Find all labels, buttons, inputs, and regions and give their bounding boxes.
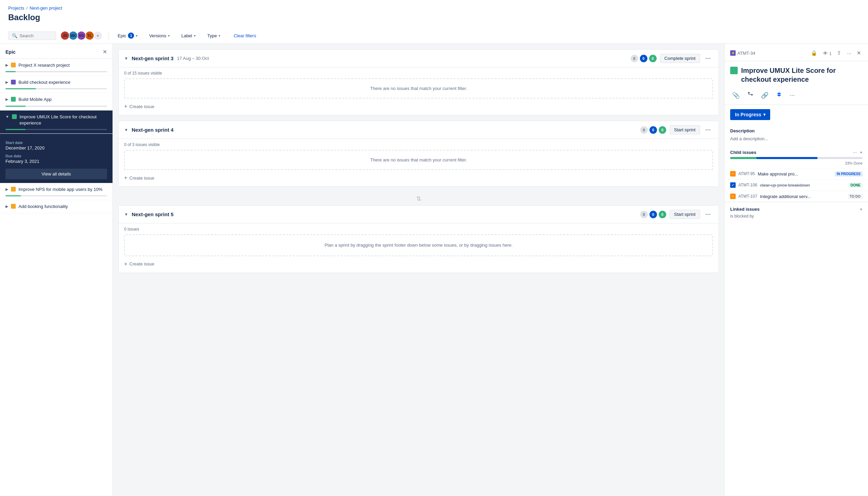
sprint-4-counter-green: 0 bbox=[659, 126, 666, 134]
epic-2-color-dot bbox=[11, 80, 16, 84]
sprint-5-create-issue-button[interactable]: + Create issue bbox=[124, 259, 713, 269]
sprint-5-counter-gray: 0 bbox=[640, 211, 648, 218]
child-issues-more-button[interactable]: ··· bbox=[853, 149, 857, 155]
child-header-actions: ··· + bbox=[853, 149, 863, 155]
more-actions-button[interactable]: ··· bbox=[788, 90, 797, 100]
dropbox-button[interactable] bbox=[774, 90, 784, 101]
hierarchy-icon bbox=[747, 91, 753, 97]
sprint-5-counters: 0 0 0 bbox=[640, 211, 666, 218]
breadcrumb-projects[interactable]: Projects bbox=[8, 5, 24, 11]
more-options-button[interactable]: ··· bbox=[845, 49, 853, 57]
child-issues-add-button[interactable]: + bbox=[860, 149, 863, 155]
sprint-3-more-button[interactable]: ··· bbox=[703, 54, 713, 63]
sprint-3-action-button[interactable]: Complete sprint bbox=[660, 54, 700, 63]
sprint-5-body: 0 issues Plan a sprint by dragging the s… bbox=[119, 223, 719, 273]
sprint-5-counter-blue: 0 bbox=[649, 211, 657, 218]
due-date-label: Due date bbox=[5, 154, 107, 158]
add-avatar-button[interactable]: + bbox=[93, 31, 103, 40]
label-filter-label: Label bbox=[181, 33, 192, 38]
sprint-3-issues-visible: 0 of 15 issues visible bbox=[124, 71, 713, 76]
sprint-5-create-issue-label: Create issue bbox=[129, 261, 154, 266]
child-issue-3-title: Integrate additional serv... bbox=[760, 194, 845, 199]
main-layout: Epic ✕ ▶ Project X research project ▶ bbox=[0, 44, 868, 496]
sprint-3-date: 17 Aug – 30 Oct bbox=[177, 56, 209, 61]
child-issue-1[interactable]: ! ATMT-95 Make approval pro... IN PROGRE… bbox=[725, 168, 868, 179]
child-issue-1-id: ATMT-95 bbox=[738, 171, 755, 176]
epic-5-chevron-icon: ▶ bbox=[5, 187, 8, 192]
avatar-group: JD MK RS TL + bbox=[60, 31, 103, 40]
watch-button[interactable]: 👁 1 bbox=[821, 49, 833, 57]
avatar-2[interactable]: MK bbox=[68, 31, 78, 40]
sprint-3-toggle[interactable]: ▼ bbox=[124, 56, 128, 61]
sidebar-item-epic-5[interactable]: ▶ Improve NPS for mobile app users by 10… bbox=[0, 183, 113, 200]
type-filter-button[interactable]: Type ▾ bbox=[203, 31, 224, 40]
sprint-4-body: 0 of 3 issues visible There are no issue… bbox=[119, 139, 719, 186]
sprint-5-more-button[interactable]: ··· bbox=[703, 210, 713, 219]
epic-filter-label: Epic bbox=[118, 33, 126, 38]
sprint-divider: ⇅ bbox=[118, 192, 719, 205]
sprint-4-create-issue-button[interactable]: + Create issue bbox=[124, 173, 713, 183]
child-issue-2[interactable]: ✓ ATMT-106 clear-up price breakdown DONE bbox=[725, 179, 868, 191]
description-title: Description bbox=[730, 128, 863, 133]
toolbar: 🔍 JD MK RS TL + Epic 1 ▾ Versions ▾ Labe… bbox=[0, 28, 868, 44]
child-issue-2-status: DONE bbox=[849, 183, 863, 188]
child-issue-3[interactable]: ! ATMT-107 Integrate additional serv... … bbox=[725, 191, 868, 202]
view-all-details-button[interactable]: View all details bbox=[5, 169, 107, 179]
epic-4-details: Start date December 17, 2020 Due date Fe… bbox=[0, 134, 113, 183]
epic-5-color-dot bbox=[11, 187, 16, 192]
sprint-5-toggle[interactable]: ▼ bbox=[124, 212, 128, 217]
search-input[interactable] bbox=[19, 33, 52, 38]
epic-6-color-dot bbox=[11, 204, 16, 209]
breadcrumb-project[interactable]: Next-gen project bbox=[30, 5, 62, 11]
child-issue-1-title: Make approval pro... bbox=[758, 171, 832, 177]
child-issues-button[interactable] bbox=[745, 90, 755, 101]
sprint-5-plan-message: Plan a sprint by dragging the sprint foo… bbox=[124, 234, 713, 256]
share-button[interactable]: ⇧ bbox=[836, 49, 843, 57]
sidebar-item-epic-2[interactable]: ▶ Build checkout experience bbox=[0, 76, 113, 93]
sprint-4-toggle[interactable]: ▼ bbox=[124, 128, 128, 132]
sprint-5-header: ▼ Next-gen sprint 5 0 0 0 Start sprint ·… bbox=[119, 206, 719, 223]
linked-issues-add-button[interactable]: + bbox=[860, 206, 863, 212]
sprint-3-create-issue-label: Create issue bbox=[129, 104, 154, 109]
epic-sidebar-header: Epic ✕ bbox=[0, 44, 113, 59]
close-panel-button[interactable]: ✕ bbox=[855, 49, 863, 57]
child-issue-1-status: IN PROGRESS bbox=[835, 171, 863, 177]
label-filter-button[interactable]: Label ▾ bbox=[177, 31, 199, 40]
link-button[interactable]: 🔗 bbox=[759, 90, 771, 101]
epic-sidebar-close-button[interactable]: ✕ bbox=[103, 49, 107, 55]
avatar-4[interactable]: TL bbox=[85, 31, 94, 40]
sprint-5-action-button[interactable]: Start sprint bbox=[670, 210, 700, 219]
avatar-3[interactable]: RS bbox=[77, 31, 86, 40]
sprint-3-plus-icon: + bbox=[124, 103, 127, 109]
sprint-5-issues-visible: 0 issues bbox=[124, 227, 713, 232]
clear-filters-button[interactable]: Clear filters bbox=[229, 31, 260, 40]
sidebar-item-epic-4[interactable]: ▼ Improve UMUX Lite Score for checkout e… bbox=[0, 110, 113, 134]
sprint-4-action-button[interactable]: Start sprint bbox=[670, 125, 700, 134]
sidebar-item-epic-6[interactable]: ▶ Add booking functionality bbox=[0, 200, 113, 213]
epic-filter-button[interactable]: Epic 1 ▾ bbox=[114, 30, 141, 41]
lock-button[interactable]: 🔒 bbox=[810, 49, 819, 57]
epic-1-color-dot bbox=[11, 63, 16, 67]
epic-2-progress bbox=[5, 88, 107, 89]
breadcrumb-sep: / bbox=[26, 5, 28, 11]
sprint-4-counter-blue: 0 bbox=[649, 126, 657, 134]
child-issues-header: Child issues ··· + bbox=[725, 145, 868, 157]
versions-filter-button[interactable]: Versions ▾ bbox=[145, 31, 173, 40]
status-chevron-icon: ▾ bbox=[763, 112, 765, 117]
linked-issues-title: Linked issues bbox=[730, 207, 760, 212]
search-box[interactable]: 🔍 bbox=[8, 31, 56, 40]
sidebar-item-epic-3[interactable]: ▶ Build Mobile App bbox=[0, 93, 113, 110]
due-date-value: February 3, 2021 bbox=[5, 159, 107, 164]
sprint-3-create-issue-button[interactable]: + Create issue bbox=[124, 101, 713, 112]
avatar-1[interactable]: JD bbox=[60, 31, 70, 40]
sprint-4-counter-gray: 0 bbox=[640, 126, 648, 134]
status-button[interactable]: In Progress ▾ bbox=[730, 109, 770, 120]
sprint-4-more-button[interactable]: ··· bbox=[703, 126, 713, 134]
child-issue-1-icon: ! bbox=[730, 171, 736, 177]
detail-title-text: Improve UMUX Lite Score for checkout exp… bbox=[741, 66, 863, 84]
attach-button[interactable]: 📎 bbox=[730, 90, 742, 101]
sprint-5-section: ▼ Next-gen sprint 5 0 0 0 Start sprint ·… bbox=[118, 205, 719, 273]
sidebar-item-epic-1[interactable]: ▶ Project X research project bbox=[0, 59, 113, 76]
child-issue-3-icon: ! bbox=[730, 194, 736, 199]
description-content[interactable]: Add a description... bbox=[730, 136, 863, 141]
